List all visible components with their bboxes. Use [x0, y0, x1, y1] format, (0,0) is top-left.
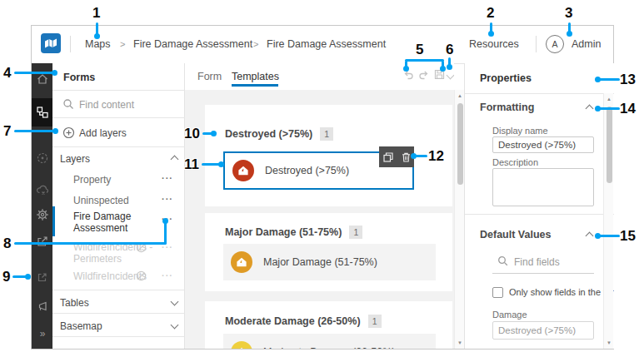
template-card-label: Destroyed (>75%): [265, 165, 349, 176]
callout-7: 7: [3, 123, 11, 140]
expand-icon[interactable]: »: [32, 323, 52, 345]
callout-15-dot: [595, 233, 601, 239]
callout-5-bracket: [405, 59, 444, 62]
properties-panel: Properties Formatting Display name Descr…: [464, 63, 614, 349]
layer-item-fire-damage-assessment-line2[interactable]: Assessment: [73, 222, 127, 234]
callout-6-dot: [447, 64, 452, 70]
editor-scrollbar[interactable]: ▲ ▼: [454, 90, 464, 349]
divider: [465, 93, 614, 94]
layer-item-fire-damage-assessment[interactable]: Fire Damage: [73, 211, 131, 222]
layer-item-wildfire-perimeters-line2[interactable]: Perimeters: [73, 253, 122, 265]
settings-icon[interactable]: [32, 204, 52, 226]
group-title: Destroyed (>75%): [225, 128, 312, 140]
basemap-section-header[interactable]: Basemap: [60, 320, 102, 332]
default-values-section-header[interactable]: Default Values: [480, 229, 551, 240]
description-label: Description: [492, 157, 538, 167]
layer-menu-icon[interactable]: ···: [162, 194, 173, 204]
redo-icon[interactable]: [418, 69, 430, 81]
callout-3-dot: [567, 31, 572, 37]
forms-panel-title: Forms: [63, 72, 95, 83]
open-app-icon[interactable]: [32, 266, 52, 288]
divider: [52, 90, 185, 91]
display-name-input[interactable]: [492, 136, 594, 153]
callout-9-dot: [25, 274, 31, 280]
only-show-fields-checkbox[interactable]: [492, 287, 503, 298]
save-menu-chevron-icon[interactable]: [447, 72, 454, 80]
template-card-major-damage[interactable]: Major Damage (51-75%): [223, 244, 436, 280]
chevron-up-icon[interactable]: [171, 156, 179, 164]
resources-link[interactable]: Resources: [469, 38, 519, 50]
callout-8-line-vertical: [164, 222, 167, 244]
add-layers-button[interactable]: Add layers: [79, 127, 127, 139]
scroll-down-arrow[interactable]: ▼: [604, 340, 614, 346]
header-divider: [70, 36, 71, 52]
search-icon: [497, 255, 508, 266]
sharing-icon[interactable]: [32, 231, 52, 252]
avatar[interactable]: A: [546, 35, 564, 53]
callout-11-dot: [218, 161, 224, 167]
scrollbar-thumb[interactable]: [607, 107, 612, 183]
divider: [52, 146, 185, 147]
layer-item-property[interactable]: Property: [73, 174, 111, 186]
templates-canvas: Destroyed (>75%) 1 Destroyed (>75%): [185, 90, 454, 349]
chevron-up-icon[interactable]: [586, 105, 594, 113]
expand-glyph: »: [40, 328, 45, 340]
delete-icon[interactable]: [402, 152, 411, 162]
damage-default-value-input[interactable]: [492, 321, 594, 340]
form-editor-panel: Form Templates Destroyed (>75%) 1 Destr: [185, 63, 454, 349]
formatting-section-header[interactable]: Formatting: [480, 102, 534, 113]
breadcrumb-form-name: Fire Damage Assessment: [267, 38, 386, 50]
display-name-label: Display name: [492, 126, 548, 136]
callout-13-dot: [595, 77, 601, 82]
layer-menu-icon[interactable]: ···: [162, 270, 173, 280]
scroll-up-arrow[interactable]: ▲: [604, 96, 614, 102]
callout-14: 14: [620, 101, 636, 117]
properties-scrollbar[interactable]: ▲ ▼: [603, 93, 613, 349]
template-card-toolbar: [379, 146, 414, 167]
divider: [52, 336, 185, 337]
chevron-down-icon[interactable]: [171, 298, 179, 306]
tab-form[interactable]: Form: [197, 71, 222, 82]
add-layers-icon: [62, 126, 75, 139]
duplicate-icon[interactable]: [383, 152, 393, 162]
group-header: Moderate Damage (26-50%) 1: [225, 315, 382, 328]
template-card-label: Major Damage (51-75%): [263, 256, 377, 268]
group-title: Moderate Damage (26-50%): [225, 315, 361, 327]
only-show-fields-label: Only show fields in the form: [509, 287, 614, 297]
breadcrumb-map-name[interactable]: Fire Damage Assessment: [133, 38, 252, 50]
callout-5-dot: [403, 66, 409, 72]
callout-6: 6: [446, 42, 453, 58]
feedback-icon[interactable]: [32, 295, 52, 317]
callout-5: 5: [416, 42, 423, 58]
callout-12-dot: [411, 153, 417, 159]
template-card-moderate-damage[interactable]: Moderate Damage (26-50%): [223, 334, 436, 349]
callout-11: 11: [184, 156, 199, 173]
callout-1-dot: [94, 33, 100, 39]
chevron-down-icon[interactable]: [171, 321, 179, 330]
callout-14-dot: [595, 106, 601, 112]
callout-13-line: [599, 78, 620, 81]
divider: [52, 290, 185, 290]
description-textarea[interactable]: [492, 168, 594, 206]
layers-section-header[interactable]: Layers: [60, 153, 90, 165]
divider: [52, 117, 185, 118]
find-fields-input[interactable]: Find fields: [514, 256, 560, 268]
tables-section-header[interactable]: Tables: [60, 297, 89, 309]
selected-layer-indicator: [52, 206, 55, 236]
active-tab-indicator: [232, 84, 278, 87]
callout-12: 12: [428, 148, 444, 165]
find-content-input[interactable]: Find content: [79, 99, 134, 111]
geofence-icon[interactable]: [32, 147, 52, 169]
layer-menu-icon[interactable]: ···: [162, 173, 173, 183]
user-menu[interactable]: Admin: [572, 38, 601, 50]
chevron-up-icon[interactable]: [586, 232, 594, 240]
callout-14-line: [599, 107, 620, 110]
scrollbar-thumb[interactable]: [457, 103, 463, 185]
layer-item-uninspected[interactable]: Uninspected: [73, 195, 129, 206]
offline-icon[interactable]: [32, 179, 52, 201]
breadcrumb-maps[interactable]: Maps: [85, 38, 111, 50]
callout-2-dot: [488, 31, 494, 37]
callout-4-dot: [52, 70, 57, 76]
tab-templates[interactable]: Templates: [232, 71, 279, 82]
forms-icon[interactable]: [32, 98, 52, 126]
